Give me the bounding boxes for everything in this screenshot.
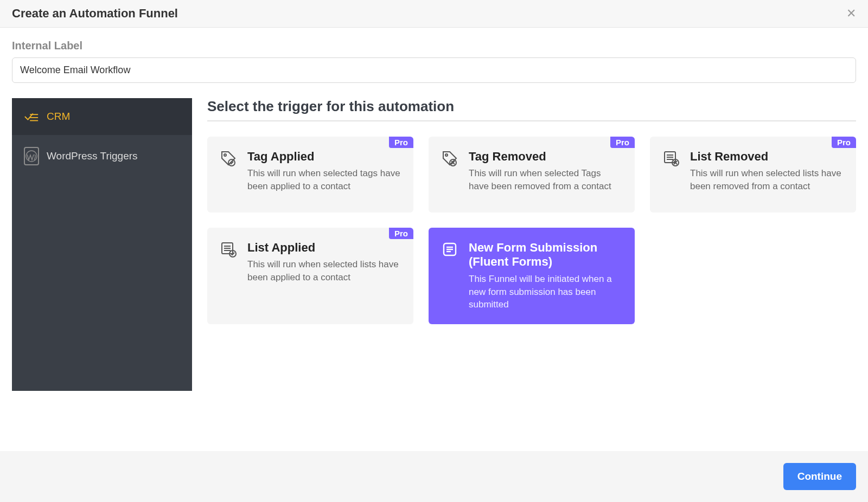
sidebar-item-label: WordPress Triggers: [47, 150, 138, 162]
card-content: Tag RemovedThis will run when selected T…: [469, 150, 623, 199]
trigger-card-tag-applied[interactable]: ProTag AppliedThis will run when selecte…: [207, 137, 413, 213]
card-desc: This will run when selected lists have b…: [247, 258, 401, 284]
card-title: Tag Applied: [247, 150, 401, 164]
card-title: New Form Submission (Fluent Forms): [469, 241, 623, 269]
pro-badge: Pro: [610, 137, 635, 148]
form-icon: [441, 241, 459, 259]
trigger-card-tag-removed[interactable]: ProTag RemovedThis will run when selecte…: [429, 137, 635, 213]
tag-remove-icon: [441, 150, 459, 168]
close-icon: ✕: [846, 7, 856, 20]
section-title: Select the trigger for this automation: [207, 98, 856, 115]
modal-title: Create an Automation Funnel: [12, 7, 178, 21]
card-title: Tag Removed: [469, 150, 623, 164]
internal-label-input[interactable]: [12, 57, 856, 83]
sidebar-item-wordpress-triggers[interactable]: WordPress Triggers: [12, 135, 192, 177]
modal-header: Create an Automation Funnel ✕: [0, 0, 868, 28]
card-desc: This will run when selected Tags have be…: [469, 167, 623, 193]
tag-check-icon: [219, 150, 238, 168]
divider: [207, 120, 856, 121]
card-title: List Applied: [247, 241, 401, 255]
sidebar: CRM WordPress Triggers: [12, 98, 192, 391]
svg-point-6: [445, 154, 448, 156]
card-content: New Form Submission (Fluent Forms)This F…: [469, 241, 623, 311]
sidebar-item-label: CRM: [47, 111, 70, 123]
svg-point-4: [224, 154, 226, 156]
close-button[interactable]: ✕: [846, 7, 856, 21]
pro-badge: Pro: [389, 137, 413, 148]
card-desc: This will run when selected tags have be…: [247, 167, 401, 193]
card-title: List Removed: [690, 150, 844, 164]
card-desc: This will run when selected lists have b…: [690, 167, 844, 193]
card-desc: This Funnel will be initiated when a new…: [469, 273, 623, 311]
trigger-card-list-removed[interactable]: ProList RemovedThis will run when select…: [650, 137, 856, 213]
internal-label-row: Internal Label: [12, 40, 856, 52]
wordpress-icon: [24, 147, 39, 165]
card-content: Tag AppliedThis will run when selected t…: [247, 150, 401, 199]
list-remove-icon: [662, 150, 680, 168]
modal-body: Internal Label CRM: [0, 28, 868, 391]
card-content: List AppliedThis will run when selected …: [247, 241, 401, 311]
sidebar-item-crm[interactable]: CRM: [12, 98, 192, 135]
card-content: List RemovedThis will run when selected …: [690, 150, 844, 199]
crm-icon: [24, 110, 39, 123]
pro-badge: Pro: [389, 228, 413, 239]
trigger-cards: ProTag AppliedThis will run when selecte…: [207, 137, 856, 324]
main-panel: Select the trigger for this automation P…: [207, 98, 856, 391]
list-check-icon: [219, 241, 238, 259]
trigger-card-new-form-submission-fluent-forms[interactable]: New Form Submission (Fluent Forms)This F…: [429, 228, 635, 324]
layout: CRM WordPress Triggers Select the trigge…: [12, 98, 856, 391]
trigger-card-list-applied[interactable]: ProList AppliedThis will run when select…: [207, 228, 413, 324]
internal-label-text: Internal Label: [12, 40, 82, 52]
pro-badge: Pro: [832, 137, 856, 148]
